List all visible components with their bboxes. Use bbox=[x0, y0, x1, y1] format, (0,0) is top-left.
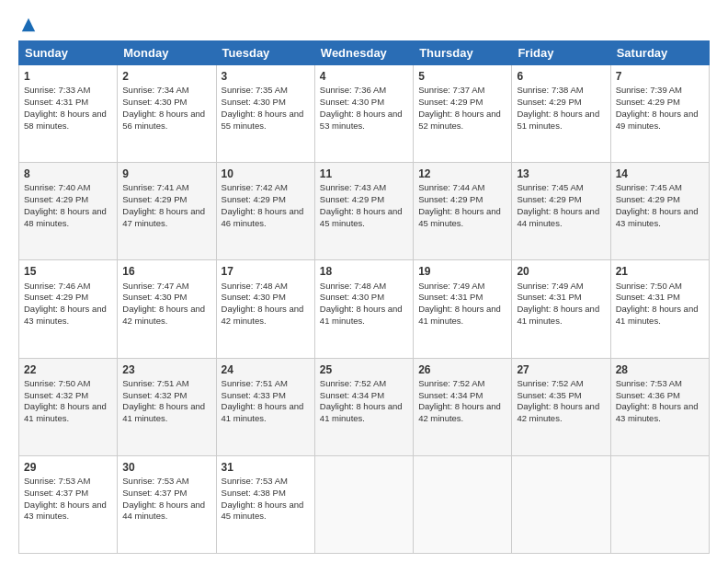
daylight-text: Daylight: 8 hours and 42 minutes. bbox=[418, 401, 501, 423]
day-cell: 25Sunrise: 7:52 AMSunset: 4:34 PMDayligh… bbox=[314, 358, 413, 455]
sunset-text: Sunset: 4:33 PM bbox=[222, 390, 286, 400]
sunset-text: Sunset: 4:35 PM bbox=[517, 390, 581, 400]
day-number: 12 bbox=[418, 167, 506, 181]
week-row-2: 8Sunrise: 7:40 AMSunset: 4:29 PMDaylight… bbox=[19, 163, 710, 260]
daylight-text: Daylight: 8 hours and 48 minutes. bbox=[24, 206, 107, 228]
sunset-text: Sunset: 4:31 PM bbox=[24, 97, 88, 107]
sunset-text: Sunset: 4:38 PM bbox=[222, 488, 286, 498]
sunset-text: Sunset: 4:29 PM bbox=[122, 194, 187, 204]
sunset-text: Sunset: 4:29 PM bbox=[418, 97, 483, 107]
sunset-text: Sunset: 4:31 PM bbox=[616, 292, 680, 302]
day-cell: 19Sunrise: 7:49 AMSunset: 4:31 PMDayligh… bbox=[414, 260, 512, 358]
day-number: 27 bbox=[517, 362, 605, 377]
day-cell: 8Sunrise: 7:40 AMSunset: 4:29 PMDaylight… bbox=[19, 163, 118, 260]
day-number: 16 bbox=[122, 264, 210, 279]
daylight-text: Daylight: 8 hours and 43 minutes. bbox=[24, 500, 107, 522]
sunset-text: Sunset: 4:29 PM bbox=[24, 194, 88, 204]
day-cell bbox=[314, 455, 413, 553]
day-number: 20 bbox=[517, 264, 605, 279]
day-cell: 9Sunrise: 7:41 AMSunset: 4:29 PMDaylight… bbox=[118, 163, 216, 260]
day-cell: 16Sunrise: 7:47 AMSunset: 4:30 PMDayligh… bbox=[118, 260, 216, 358]
day-cell: 31Sunrise: 7:53 AMSunset: 4:38 PMDayligh… bbox=[216, 455, 314, 553]
page: SundayMondayTuesdayWednesdayThursdayFrid… bbox=[0, 0, 728, 563]
daylight-text: Daylight: 8 hours and 41 minutes. bbox=[320, 401, 403, 423]
sunrise-text: Sunrise: 7:40 AM bbox=[24, 182, 90, 192]
day-cell: 7Sunrise: 7:39 AMSunset: 4:29 PMDaylight… bbox=[610, 65, 709, 163]
logo bbox=[18, 17, 37, 33]
day-number: 23 bbox=[122, 362, 210, 377]
sunset-text: Sunset: 4:34 PM bbox=[418, 390, 483, 400]
daylight-text: Daylight: 8 hours and 45 minutes. bbox=[320, 206, 403, 228]
sunrise-text: Sunrise: 7:35 AM bbox=[222, 85, 288, 95]
day-cell: 21Sunrise: 7:50 AMSunset: 4:31 PMDayligh… bbox=[610, 260, 709, 358]
sunset-text: Sunset: 4:30 PM bbox=[320, 292, 384, 302]
sunrise-text: Sunrise: 7:53 AM bbox=[616, 378, 682, 388]
col-header-tuesday: Tuesday bbox=[216, 41, 314, 65]
day-number: 19 bbox=[418, 264, 506, 279]
sunset-text: Sunset: 4:37 PM bbox=[122, 488, 187, 498]
daylight-text: Daylight: 8 hours and 55 minutes. bbox=[222, 109, 304, 131]
day-cell: 26Sunrise: 7:52 AMSunset: 4:34 PMDayligh… bbox=[414, 358, 512, 455]
sunset-text: Sunset: 4:30 PM bbox=[222, 292, 286, 302]
day-cell: 6Sunrise: 7:38 AMSunset: 4:29 PMDaylight… bbox=[512, 65, 610, 163]
day-cell: 13Sunrise: 7:45 AMSunset: 4:29 PMDayligh… bbox=[512, 163, 610, 260]
week-row-5: 29Sunrise: 7:53 AMSunset: 4:37 PMDayligh… bbox=[19, 455, 710, 553]
daylight-text: Daylight: 8 hours and 58 minutes. bbox=[24, 109, 107, 131]
day-cell: 1Sunrise: 7:33 AMSunset: 4:31 PMDaylight… bbox=[19, 65, 118, 163]
day-cell: 17Sunrise: 7:48 AMSunset: 4:30 PMDayligh… bbox=[216, 260, 314, 358]
sunset-text: Sunset: 4:32 PM bbox=[24, 390, 88, 400]
day-cell: 23Sunrise: 7:51 AMSunset: 4:32 PMDayligh… bbox=[118, 358, 216, 455]
day-number: 6 bbox=[517, 69, 605, 84]
sunrise-text: Sunrise: 7:49 AM bbox=[418, 281, 484, 291]
day-cell: 5Sunrise: 7:37 AMSunset: 4:29 PMDaylight… bbox=[414, 65, 512, 163]
day-number: 10 bbox=[222, 167, 310, 181]
sunset-text: Sunset: 4:29 PM bbox=[418, 194, 483, 204]
daylight-text: Daylight: 8 hours and 43 minutes. bbox=[616, 206, 699, 228]
week-row-3: 15Sunrise: 7:46 AMSunset: 4:29 PMDayligh… bbox=[19, 260, 710, 358]
sunrise-text: Sunrise: 7:51 AM bbox=[122, 378, 188, 388]
day-cell: 10Sunrise: 7:42 AMSunset: 4:29 PMDayligh… bbox=[216, 163, 314, 260]
sunset-text: Sunset: 4:29 PM bbox=[320, 194, 384, 204]
day-number: 7 bbox=[616, 69, 704, 84]
svg-marker-0 bbox=[22, 18, 35, 31]
sunset-text: Sunset: 4:30 PM bbox=[222, 97, 286, 107]
sunset-text: Sunset: 4:32 PM bbox=[122, 390, 187, 400]
day-number: 21 bbox=[616, 264, 704, 279]
sunset-text: Sunset: 4:36 PM bbox=[616, 390, 680, 400]
daylight-text: Daylight: 8 hours and 45 minutes. bbox=[418, 206, 501, 228]
day-number: 18 bbox=[320, 264, 408, 279]
daylight-text: Daylight: 8 hours and 41 minutes. bbox=[517, 304, 599, 326]
day-cell: 28Sunrise: 7:53 AMSunset: 4:36 PMDayligh… bbox=[610, 358, 709, 455]
daylight-text: Daylight: 8 hours and 41 minutes. bbox=[418, 304, 501, 326]
sunset-text: Sunset: 4:30 PM bbox=[122, 97, 187, 107]
sunrise-text: Sunrise: 7:46 AM bbox=[24, 281, 90, 291]
sunrise-text: Sunrise: 7:34 AM bbox=[122, 85, 188, 95]
day-number: 5 bbox=[418, 69, 506, 84]
sunrise-text: Sunrise: 7:44 AM bbox=[418, 182, 484, 192]
header-row: SundayMondayTuesdayWednesdayThursdayFrid… bbox=[19, 41, 710, 65]
sunrise-text: Sunrise: 7:47 AM bbox=[122, 281, 188, 291]
day-cell: 22Sunrise: 7:50 AMSunset: 4:32 PMDayligh… bbox=[19, 358, 118, 455]
sunset-text: Sunset: 4:30 PM bbox=[320, 97, 384, 107]
daylight-text: Daylight: 8 hours and 42 minutes. bbox=[517, 401, 599, 423]
header bbox=[18, 17, 710, 33]
day-number: 4 bbox=[320, 69, 408, 84]
day-cell: 2Sunrise: 7:34 AMSunset: 4:30 PMDaylight… bbox=[118, 65, 216, 163]
col-header-monday: Monday bbox=[118, 41, 216, 65]
sunset-text: Sunset: 4:34 PM bbox=[320, 390, 384, 400]
day-number: 14 bbox=[616, 167, 704, 181]
day-cell: 14Sunrise: 7:45 AMSunset: 4:29 PMDayligh… bbox=[610, 163, 709, 260]
daylight-text: Daylight: 8 hours and 41 minutes. bbox=[122, 401, 205, 423]
sunrise-text: Sunrise: 7:53 AM bbox=[24, 476, 90, 486]
sunrise-text: Sunrise: 7:50 AM bbox=[24, 378, 90, 388]
daylight-text: Daylight: 8 hours and 43 minutes. bbox=[24, 304, 107, 326]
sunset-text: Sunset: 4:30 PM bbox=[122, 292, 187, 302]
week-row-4: 22Sunrise: 7:50 AMSunset: 4:32 PMDayligh… bbox=[19, 358, 710, 455]
daylight-text: Daylight: 8 hours and 41 minutes. bbox=[320, 304, 403, 326]
daylight-text: Daylight: 8 hours and 52 minutes. bbox=[418, 109, 501, 131]
daylight-text: Daylight: 8 hours and 47 minutes. bbox=[122, 206, 205, 228]
daylight-text: Daylight: 8 hours and 44 minutes. bbox=[517, 206, 599, 228]
day-number: 25 bbox=[320, 362, 408, 377]
sunrise-text: Sunrise: 7:38 AM bbox=[517, 85, 583, 95]
day-number: 26 bbox=[418, 362, 506, 377]
